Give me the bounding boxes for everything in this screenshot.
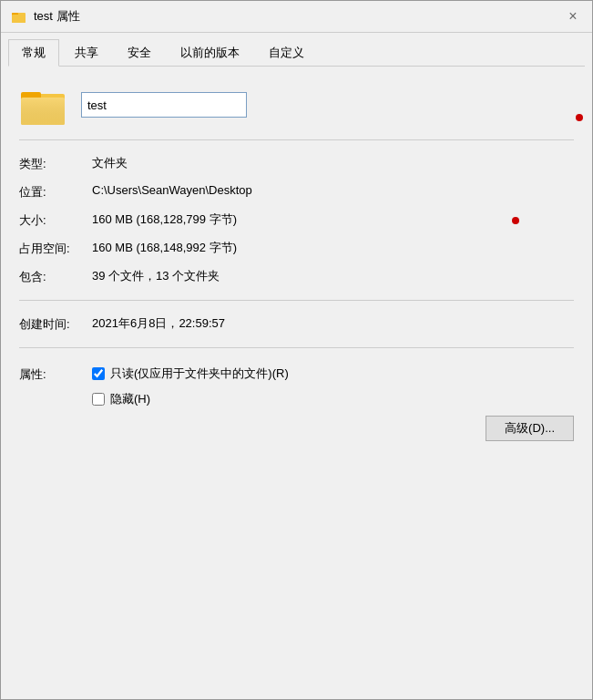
size-row: 大小: 160 MB (168,128,799 字节) (19, 206, 574, 234)
tab-customize[interactable]: 自定义 (255, 39, 318, 67)
size-value: 160 MB (168,128,799 字节) (92, 211, 574, 228)
contains-row: 包含: 39 个文件，13 个文件夹 (19, 262, 574, 291)
title-bar: test 属性 × (1, 1, 592, 33)
red-dot-size (512, 217, 519, 224)
dialog-title: test 属性 (34, 8, 80, 25)
folder-name-row (19, 81, 574, 129)
hidden-checkbox[interactable] (92, 393, 105, 406)
divider-2 (19, 300, 574, 301)
readonly-row: 只读(仅应用于文件夹中的文件)(R) (92, 363, 574, 385)
tab-previous-versions[interactable]: 以前的版本 (167, 39, 253, 67)
type-label: 类型: (19, 155, 92, 172)
tab-bar: 常规 共享 安全 以前的版本 自定义 (1, 33, 592, 66)
size-label: 大小: (19, 211, 92, 229)
attributes-label: 属性: (19, 363, 92, 383)
tab-general[interactable]: 常规 (8, 39, 59, 67)
attributes-row: 属性: 只读(仅应用于文件夹中的文件)(R) 隐藏(H) 高级(D)... (19, 357, 574, 447)
type-value: 文件夹 (92, 155, 574, 171)
title-bar-left: test 属性 (12, 8, 80, 25)
folder-icon (19, 81, 66, 129)
divider-3 (19, 347, 574, 348)
disk-size-row: 占用空间: 160 MB (168,148,992 字节) (19, 234, 574, 262)
disk-size-value: 160 MB (168,148,992 字节) (92, 240, 574, 256)
svg-rect-2 (12, 15, 26, 23)
folder-name-wrapper (81, 92, 574, 118)
advanced-button[interactable]: 高级(D)... (486, 416, 574, 441)
created-label: 创建时间: (19, 315, 92, 333)
advanced-btn-row: 高级(D)... (92, 416, 574, 441)
created-row: 创建时间: 2021年6月8日，22:59:57 (19, 310, 574, 338)
close-button[interactable]: × (561, 5, 585, 28)
tab-security[interactable]: 安全 (114, 39, 165, 67)
contains-value: 39 个文件，13 个文件夹 (92, 268, 574, 284)
properties-dialog: test 属性 × 常规 共享 安全 以前的版本 自定义 (0, 0, 593, 700)
readonly-label[interactable]: 只读(仅应用于文件夹中的文件)(R) (110, 365, 289, 382)
disk-size-label: 占用空间: (19, 240, 92, 257)
location-value: C:\Users\SeanWayen\Desktop (92, 183, 574, 197)
content-area: 类型: 文件夹 位置: C:\Users\SeanWayen\Desktop 大… (1, 67, 592, 699)
hidden-row: 隐藏(H) (92, 388, 574, 410)
type-row: 类型: 文件夹 (19, 149, 574, 178)
svg-rect-6 (21, 98, 65, 125)
hidden-label[interactable]: 隐藏(H) (110, 391, 150, 407)
divider-1 (19, 139, 574, 140)
created-value: 2021年6月8日，22:59:57 (92, 315, 574, 332)
readonly-checkbox[interactable] (92, 367, 105, 380)
red-dot-name (576, 114, 583, 121)
attributes-controls: 只读(仅应用于文件夹中的文件)(R) 隐藏(H) 高级(D)... (92, 363, 574, 441)
contains-label: 包含: (19, 268, 92, 285)
folder-name-input[interactable] (81, 92, 247, 118)
tab-sharing[interactable]: 共享 (61, 39, 112, 67)
title-folder-icon (12, 9, 26, 24)
location-row: 位置: C:\Users\SeanWayen\Desktop (19, 178, 574, 206)
location-label: 位置: (19, 183, 92, 201)
